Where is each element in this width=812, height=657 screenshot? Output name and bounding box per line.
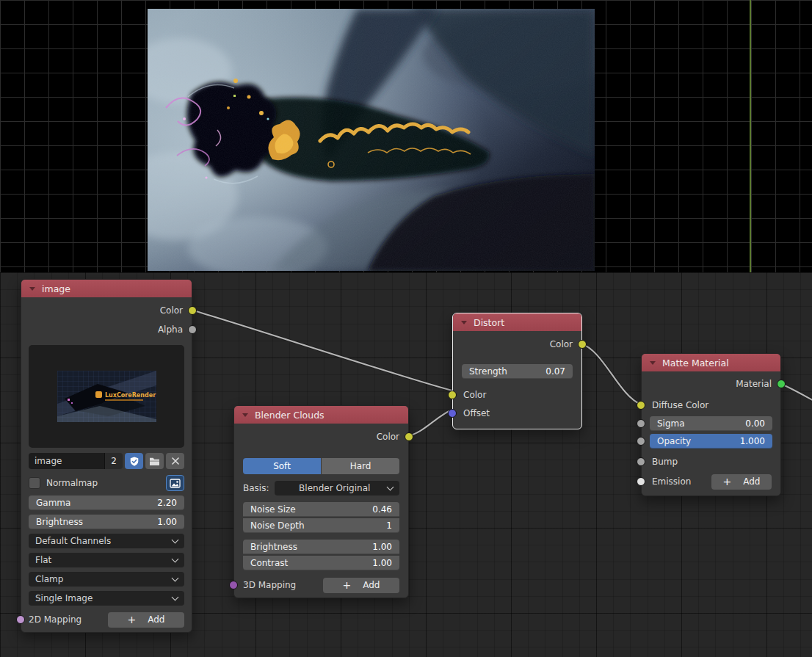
color-output-socket[interactable]: [578, 340, 587, 349]
hard-button[interactable]: Hard: [322, 458, 399, 474]
brightness-slider[interactable]: Brightness 1.00: [29, 515, 184, 529]
add-label: Add: [743, 476, 760, 487]
slider-label: Brightness: [36, 517, 83, 527]
add-3d-mapping-button[interactable]: + Add: [323, 578, 399, 593]
folder-icon: [149, 457, 160, 466]
slider-value: 0.46: [372, 504, 392, 515]
extension-dropdown[interactable]: Clamp: [29, 572, 184, 587]
slider-label: Contrast: [250, 558, 288, 568]
input-color-row: Color: [453, 385, 581, 404]
gamma-slider[interactable]: Gamma 2.20: [29, 496, 184, 510]
basis-dropdown[interactable]: Blender Original: [275, 481, 399, 496]
slider-label: Strength: [469, 366, 507, 377]
offset-input-socket[interactable]: [448, 409, 457, 418]
emission-input-socket[interactable]: [637, 477, 645, 486]
node-distort[interactable]: Distort Color Strength 0.07 Color Offset: [452, 313, 582, 429]
node-matte-material-header[interactable]: Matte Material: [642, 354, 780, 371]
collapse-triangle-icon[interactable]: [242, 413, 248, 417]
node-image[interactable]: image Color Alpha: [21, 279, 192, 633]
output-label: Color: [377, 432, 399, 442]
open-image-button[interactable]: [145, 453, 164, 469]
node-blender-clouds-header[interactable]: Blender Clouds: [234, 406, 408, 424]
3d-mapping-row: 3D Mapping + Add: [243, 577, 399, 593]
slider-label: Opacity: [657, 436, 691, 446]
output-alpha-row: Alpha: [21, 320, 192, 339]
color-output-socket[interactable]: [405, 432, 413, 441]
tone-sliders-group: Brightness 1.00 Contrast 1.00: [243, 540, 399, 570]
grid-green-axis-line: [750, 0, 751, 272]
material-output-socket[interactable]: [777, 380, 786, 388]
slider-value: 0.00: [745, 418, 765, 429]
contrast-slider[interactable]: Contrast 1.00: [243, 556, 399, 570]
preview-toggle-button[interactable]: [166, 475, 184, 491]
basis-label: Basis:: [243, 483, 269, 493]
source-dropdown-row: Single Image: [21, 591, 192, 606]
add-label: Add: [363, 580, 380, 590]
image-preview-panel: LuxCoreRender: [29, 345, 184, 448]
2d-mapping-row: 2D Mapping + Add: [29, 611, 184, 628]
output-label: Material: [736, 379, 772, 389]
collapse-triangle-icon[interactable]: [461, 321, 467, 324]
diffuse-color-input-socket[interactable]: [637, 401, 645, 410]
shield-check-icon: [129, 456, 139, 467]
node-title: Matte Material: [662, 357, 729, 369]
opacity-input-socket[interactable]: [637, 437, 645, 446]
chevron-down-icon: [172, 556, 179, 563]
extension-dropdown-row: Clamp: [21, 572, 192, 587]
chevron-down-icon: [387, 484, 394, 491]
alpha-output-socket[interactable]: [188, 325, 197, 334]
source-dropdown[interactable]: Single Image: [29, 591, 184, 606]
input-emission-row: Emission + Add: [642, 473, 780, 490]
noise-size-slider[interactable]: Noise Size 0.46: [243, 502, 399, 517]
noise-depth-slider[interactable]: Noise Depth 1: [243, 518, 399, 533]
image-thumbnail: LuxCoreRender: [57, 371, 156, 422]
add-2d-mapping-button[interactable]: + Add: [108, 612, 184, 628]
gamma-slider-row: Gamma 2.20: [21, 496, 192, 510]
noise-sliders-group: Noise Size 0.46 Noise Depth 1: [243, 502, 399, 533]
fake-user-button[interactable]: [125, 453, 143, 469]
collapse-triangle-icon[interactable]: [29, 287, 35, 291]
color-output-socket[interactable]: [188, 306, 197, 315]
slider-value: 1: [386, 520, 392, 531]
add-emission-button[interactable]: + Add: [711, 474, 772, 490]
image-name-value: image: [35, 456, 62, 466]
output-color-row: Color: [453, 335, 581, 354]
node-title: image: [42, 283, 70, 294]
2d-mapping-input-socket[interactable]: [16, 615, 25, 624]
strength-slider[interactable]: Strength 0.07: [462, 364, 573, 379]
node-title: Distort: [474, 317, 504, 328]
mapping-label: 2D Mapping: [29, 614, 81, 625]
image-name-field[interactable]: image: [29, 453, 104, 469]
slider-label: Noise Size: [250, 504, 296, 515]
users-count[interactable]: 2: [104, 453, 123, 469]
channels-dropdown[interactable]: Default Channels: [29, 534, 184, 548]
node-blender-clouds[interactable]: Blender Clouds Color Soft Hard Basis: Bl…: [233, 405, 409, 598]
bump-input-socket[interactable]: [637, 457, 645, 466]
unlink-button[interactable]: [166, 453, 184, 469]
slider-value: 2.20: [157, 498, 177, 508]
sigma-input-socket[interactable]: [637, 419, 645, 428]
node-image-header[interactable]: image: [21, 280, 192, 297]
x-icon: [171, 457, 180, 465]
brightness-slider[interactable]: Brightness 1.00: [243, 540, 399, 554]
projection-dropdown[interactable]: Flat: [29, 553, 184, 567]
input-label: Emission: [652, 476, 691, 487]
opacity-slider[interactable]: Opacity 1.000: [650, 434, 772, 449]
slider-value: 1.00: [157, 517, 177, 527]
node-matte-material[interactable]: Matte Material Material Diffuse Color Si…: [641, 353, 781, 496]
node-distort-header[interactable]: Distort: [453, 313, 581, 331]
normalmap-checkbox[interactable]: [29, 477, 40, 489]
slider-label: Brightness: [250, 542, 297, 552]
soft-button[interactable]: Soft: [243, 458, 321, 474]
sigma-slider[interactable]: Sigma 0.00: [650, 416, 772, 431]
plus-icon: +: [723, 476, 732, 487]
backdrop-preview-image: [148, 9, 595, 271]
collapse-triangle-icon[interactable]: [650, 361, 656, 365]
input-label: Diffuse Color: [652, 400, 708, 410]
slider-label: Sigma: [657, 418, 685, 429]
3d-mapping-input-socket[interactable]: [229, 581, 238, 589]
image-name-field-row: image 2: [29, 453, 184, 469]
chevron-down-icon: [172, 537, 179, 544]
color-input-socket[interactable]: [448, 391, 457, 399]
sigma-slider-row: Sigma 0.00: [642, 416, 780, 431]
